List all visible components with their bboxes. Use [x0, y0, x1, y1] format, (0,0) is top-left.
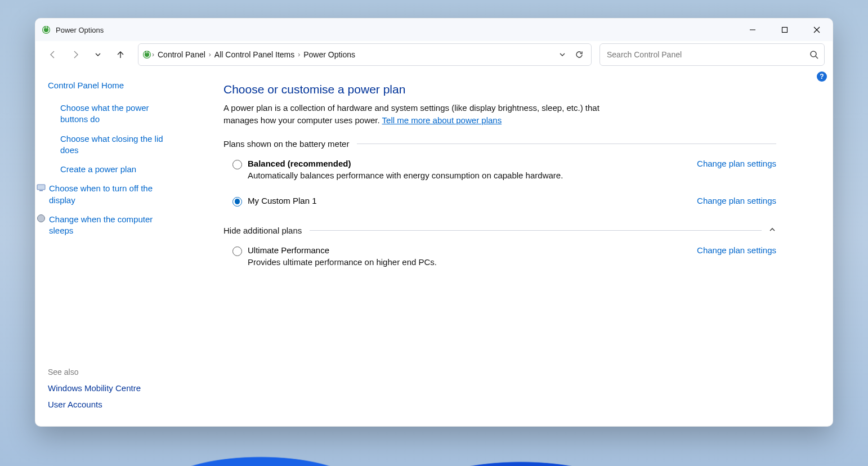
sidebar-link[interactable]: Change when the computer sleeps: [37, 214, 176, 237]
display-icon: [37, 183, 46, 192]
change-plan-settings-link[interactable]: Change plan settings: [697, 196, 776, 205]
plan-name[interactable]: Ultimate Performance: [248, 245, 329, 255]
svg-rect-4: [37, 185, 45, 190]
search-icon: [809, 50, 818, 59]
sidebar-link[interactable]: Choose what the power buttons do: [48, 102, 176, 126]
breadcrumb-item[interactable]: Control Panel: [154, 50, 209, 59]
sidebar-link[interactable]: Choose what closing the lid does: [48, 133, 176, 156]
sidebar-link-label: Choose what the power buttons do: [60, 102, 176, 126]
control-panel-home-link[interactable]: Control Panel Home: [48, 80, 176, 90]
blank-icon: [48, 133, 57, 142]
search-input[interactable]: [606, 50, 809, 60]
blank-icon: [48, 102, 57, 111]
section-plans-shown: Plans shown on the battery meter: [223, 139, 776, 149]
see-also-link[interactable]: Windows Mobility Centre: [48, 383, 176, 393]
titlebar[interactable]: Power Options: [35, 19, 833, 41]
see-also-label: See also: [48, 368, 176, 377]
sidebar-link[interactable]: Choose when to turn off the display: [37, 183, 176, 206]
svg-point-3: [811, 51, 816, 57]
power-plan-row: Balanced (recommended) Change plan setti…: [223, 154, 776, 183]
plan-description: Provides ultimate performance on higher …: [248, 257, 776, 267]
window-controls: [736, 19, 833, 41]
see-also-link[interactable]: User Accounts: [48, 400, 176, 409]
breadcrumb-item[interactable]: All Control Panel Items: [211, 50, 298, 59]
learn-more-link[interactable]: Tell me more about power plans: [382, 115, 502, 125]
blank-icon: [48, 164, 57, 173]
section-label-text: Hide additional plans: [223, 226, 302, 235]
back-button[interactable]: [43, 45, 62, 64]
plan-radio[interactable]: [232, 247, 242, 256]
power-plan-row: My Custom Plan 1 Change plan settings: [223, 191, 776, 210]
sidebar-link-label: Choose when to turn off the display: [49, 183, 176, 206]
sidebar: Control Panel Home Choose what the power…: [35, 68, 184, 426]
svg-rect-5: [39, 190, 43, 191]
power-plan-row: Ultimate Performance Change plan setting…: [223, 241, 776, 270]
change-plan-settings-link[interactable]: Change plan settings: [697, 245, 776, 255]
divider: [357, 144, 776, 144]
moon-icon: [37, 214, 46, 223]
page-heading: Choose or customise a power plan: [223, 83, 776, 96]
plan-name[interactable]: My Custom Plan 1: [248, 196, 317, 205]
sidebar-link-label: Choose what closing the lid does: [60, 133, 176, 156]
sidebar-link-label: Change when the computer sleeps: [49, 214, 176, 237]
search-box[interactable]: [599, 43, 825, 66]
chevron-up-icon[interactable]: [762, 226, 776, 235]
sidebar-link[interactable]: Create a power plan: [48, 164, 176, 175]
page-description: A power plan is a collection of hardware…: [223, 102, 618, 127]
plan-radio[interactable]: [232, 197, 242, 207]
main-panel: Choose or customise a power plan A power…: [184, 68, 833, 426]
recent-dropdown-button[interactable]: [88, 45, 108, 64]
close-button[interactable]: [800, 19, 833, 41]
plan-radio[interactable]: [232, 160, 242, 169]
window-frame: Power Options › Control Panel › All Cont…: [35, 18, 833, 427]
refresh-button[interactable]: [571, 46, 588, 63]
up-button[interactable]: [111, 45, 130, 64]
svg-point-6: [38, 214, 45, 222]
minimize-button[interactable]: [736, 19, 768, 41]
power-options-icon: [41, 25, 51, 35]
navigation-bar: › Control Panel › All Control Panel Item…: [35, 41, 833, 68]
section-label-text: Plans shown on the battery meter: [223, 139, 349, 149]
section-hide-additional[interactable]: Hide additional plans: [223, 226, 776, 235]
plan-description: Automatically balances performance with …: [248, 171, 776, 180]
change-plan-settings-link[interactable]: Change plan settings: [697, 159, 776, 168]
sidebar-link-label: Create a power plan: [60, 164, 136, 175]
svg-rect-1: [782, 28, 787, 33]
breadcrumb-item[interactable]: Power Options: [300, 50, 359, 59]
window-title: Power Options: [56, 26, 104, 34]
forward-button[interactable]: [66, 45, 85, 64]
address-dropdown-button[interactable]: [554, 46, 571, 63]
address-bar[interactable]: › Control Panel › All Control Panel Item…: [138, 43, 592, 66]
divider: [310, 230, 762, 231]
plan-name[interactable]: Balanced (recommended): [248, 159, 351, 168]
maximize-button[interactable]: [768, 19, 800, 41]
power-options-icon: [142, 50, 152, 60]
